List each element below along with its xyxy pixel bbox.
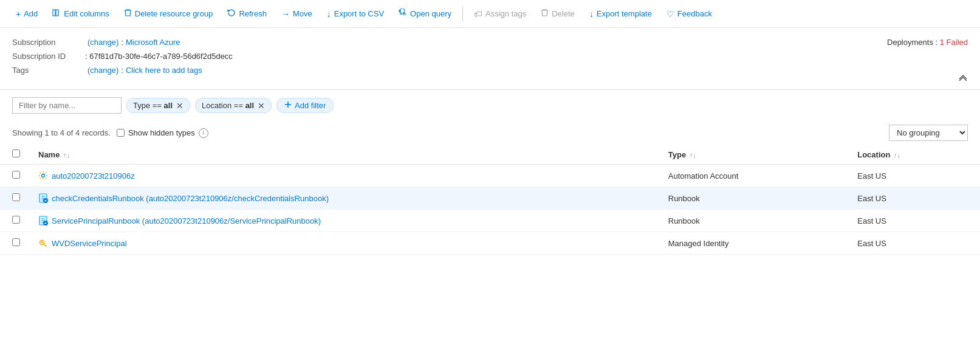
header-type[interactable]: Type ↑↓ — [656, 145, 845, 165]
delete-rg-icon — [124, 9, 132, 19]
type-filter-remove[interactable]: ✕ — [176, 102, 183, 110]
row-location-cell: East US — [845, 210, 980, 232]
svg-rect-0 — [53, 10, 55, 16]
feedback-label: Feedback — [677, 9, 712, 18]
collapse-button[interactable] — [958, 72, 968, 83]
tags-change-link[interactable]: (change) — [87, 66, 118, 75]
row-location-cell: East US — [845, 165, 980, 187]
assign-tags-label: Assign tags — [485, 9, 526, 18]
resource-name-link[interactable]: ServicePrincipalRunbook (auto20200723t21… — [52, 216, 321, 225]
delete-label: Delete — [552, 9, 575, 18]
subscription-id-row: Subscription ID : 67f81d7b-30fe-46c7-a78… — [12, 52, 968, 61]
row-location-cell: East US — [845, 187, 980, 210]
resource-icon — [38, 193, 48, 203]
edit-columns-button[interactable]: Edit columns — [46, 5, 115, 22]
select-all-checkbox[interactable] — [12, 150, 20, 157]
tags-colon: : — [121, 66, 123, 75]
feedback-button[interactable]: ♡ Feedback — [660, 5, 718, 22]
open-query-button[interactable]: Open query — [392, 5, 457, 22]
svg-point-12 — [41, 242, 43, 244]
subscription-change-link[interactable]: (change) — [87, 38, 118, 47]
filter-bar: Type == all ✕ Location == all ✕ Add filt… — [0, 90, 980, 121]
assign-tags-icon: 🏷 — [474, 9, 482, 19]
row-0-checkbox[interactable] — [12, 171, 20, 179]
show-hidden-info-icon[interactable]: i — [199, 128, 208, 138]
info-section: Subscription (change) : Microsoft Azure … — [0, 28, 980, 90]
header-name-label: Name — [38, 150, 60, 159]
add-icon: + — [16, 9, 21, 19]
row-name-cell: checkCredentialsRunbook (auto20200723t21… — [26, 187, 656, 210]
deployments-value-link[interactable]: 1 Failed — [940, 38, 968, 47]
resource-icon — [38, 238, 48, 248]
move-button[interactable]: → Move — [275, 5, 318, 22]
tags-label: Tags — [12, 66, 85, 75]
refresh-button[interactable]: Refresh — [221, 5, 273, 22]
subscription-label: Subscription — [12, 38, 85, 47]
delete-icon — [541, 9, 549, 19]
delete-button[interactable]: Delete — [535, 5, 581, 22]
row-type-cell: Managed Identity — [656, 232, 845, 255]
header-name[interactable]: Name ↑↓ — [26, 145, 656, 165]
row-name-cell: ServicePrincipalRunbook (auto20200723t21… — [26, 210, 656, 232]
resource-icon — [38, 216, 48, 225]
header-type-label: Type — [668, 150, 686, 159]
subscription-value-link[interactable]: Microsoft Azure — [126, 38, 180, 47]
open-query-icon — [399, 9, 407, 19]
edit-columns-label: Edit columns — [64, 9, 109, 18]
tags-row: Tags (change) : Click here to add tags — [12, 66, 968, 75]
deployments-info: Deployments : 1 Failed — [887, 38, 968, 47]
export-template-icon: ↓ — [589, 9, 594, 19]
table-body: auto20200723t210906z Automation AccountE… — [0, 165, 980, 255]
export-csv-button[interactable]: ↓ Export to CSV — [321, 5, 390, 22]
resource-table: Name ↑↓ Type ↑↓ Location ↑↓ auto20200723… — [0, 145, 980, 255]
refresh-icon — [227, 9, 236, 19]
move-label: Move — [293, 9, 312, 18]
resource-name-link[interactable]: checkCredentialsRunbook (auto20200723t21… — [52, 194, 329, 203]
feedback-icon: ♡ — [666, 9, 674, 19]
open-query-label: Open query — [410, 9, 451, 18]
add-label: Add — [24, 9, 38, 18]
svg-rect-1 — [56, 10, 58, 16]
add-filter-button[interactable]: Add filter — [276, 98, 334, 113]
export-csv-icon: ↓ — [327, 9, 331, 19]
show-hidden-label[interactable]: Show hidden types — [128, 128, 195, 137]
header-location[interactable]: Location ↑↓ — [845, 145, 980, 165]
delete-rg-button[interactable]: Delete resource group — [118, 5, 219, 22]
export-template-button[interactable]: ↓ Export template — [583, 5, 658, 22]
toolbar-separator — [462, 7, 463, 21]
row-2-checkbox[interactable] — [12, 216, 20, 224]
assign-tags-button[interactable]: 🏷 Assign tags — [468, 5, 532, 22]
row-type-cell: Runbook — [656, 210, 845, 232]
add-button[interactable]: + Add — [10, 5, 44, 22]
deployments-colon: : — [936, 38, 940, 47]
row-name-cell: WVDServicePrincipal — [26, 232, 656, 255]
type-sort-icon: ↑↓ — [690, 151, 696, 159]
row-1-checkbox[interactable] — [12, 193, 20, 201]
subscription-row: Subscription (change) : Microsoft Azure — [12, 38, 968, 47]
table-row: auto20200723t210906z Automation AccountE… — [0, 165, 980, 187]
subscription-id-label: Subscription ID — [12, 52, 85, 61]
records-bar: Showing 1 to 4 of 4 records. Show hidden… — [0, 121, 980, 145]
add-tags-link[interactable]: Click here to add tags — [126, 66, 202, 75]
show-hidden-checkbox[interactable] — [117, 129, 125, 137]
records-count-text: Showing 1 to 4 of 4 records. — [12, 128, 111, 137]
type-filter-chip: Type == all ✕ — [126, 98, 190, 113]
row-location-cell: East US — [845, 232, 980, 255]
svg-rect-2 — [59, 10, 60, 16]
location-filter-chip: Location == all ✕ — [195, 98, 272, 113]
grouping-dropdown[interactable]: No grouping Resource type Location Tag — [889, 125, 968, 141]
delete-rg-label: Delete resource group — [135, 9, 213, 18]
location-filter-remove[interactable]: ✕ — [258, 102, 265, 110]
resource-name-link[interactable]: WVDServicePrincipal — [52, 239, 127, 248]
add-filter-icon — [284, 101, 292, 110]
row-3-checkbox[interactable] — [12, 238, 20, 246]
table-row: checkCredentialsRunbook (auto20200723t21… — [0, 187, 980, 210]
location-sort-icon: ↑↓ — [894, 151, 900, 159]
show-hidden-container: Show hidden types i — [117, 128, 208, 138]
filter-name-input[interactable] — [12, 97, 122, 114]
row-name-cell: auto20200723t210906z — [26, 165, 656, 187]
resource-name-link[interactable]: auto20200723t210906z — [52, 171, 135, 181]
resource-icon — [38, 171, 48, 181]
table-row: WVDServicePrincipal Managed IdentityEast… — [0, 232, 980, 255]
name-sort-icon: ↑↓ — [63, 151, 70, 159]
